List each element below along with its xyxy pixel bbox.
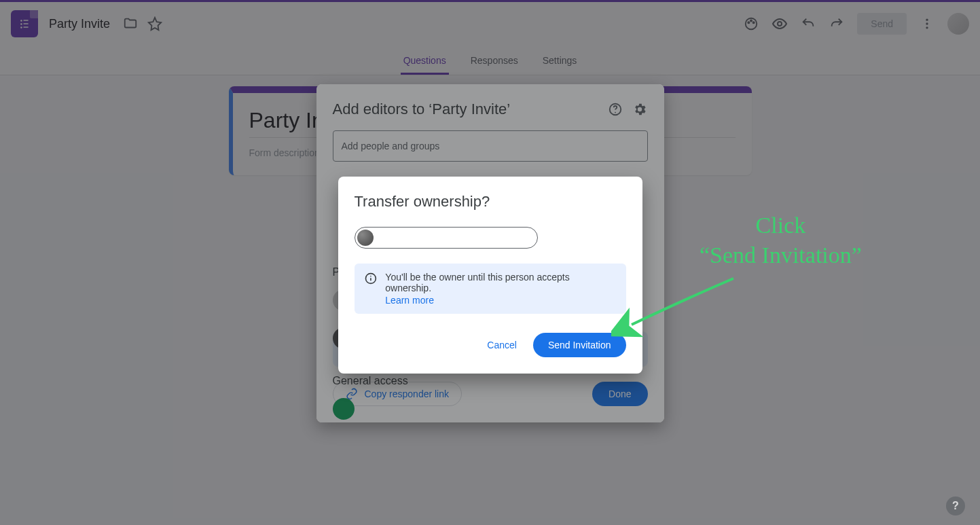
ownership-info-banner: You'll be the owner until this person ac… xyxy=(355,264,626,314)
cancel-button[interactable]: Cancel xyxy=(479,334,525,356)
annotation-line1: Click xyxy=(700,211,862,240)
send-invitation-button[interactable]: Send Invitation xyxy=(533,333,626,357)
transfer-dialog-title: Transfer ownership? xyxy=(355,193,626,211)
info-icon xyxy=(364,272,378,285)
tutorial-annotation: Click “Send Invitation” xyxy=(700,211,862,270)
svg-point-21 xyxy=(370,276,371,277)
recipient-avatar-icon xyxy=(357,230,374,246)
recipient-chip[interactable] xyxy=(355,227,538,249)
annotation-line2: “Send Invitation” xyxy=(700,240,862,270)
transfer-ownership-dialog: Transfer ownership? You'll be the owner … xyxy=(338,177,642,374)
ownership-info-text: You'll be the owner until this person ac… xyxy=(385,272,569,293)
learn-more-link[interactable]: Learn more xyxy=(385,295,616,306)
help-fab-icon[interactable]: ? xyxy=(946,496,965,515)
